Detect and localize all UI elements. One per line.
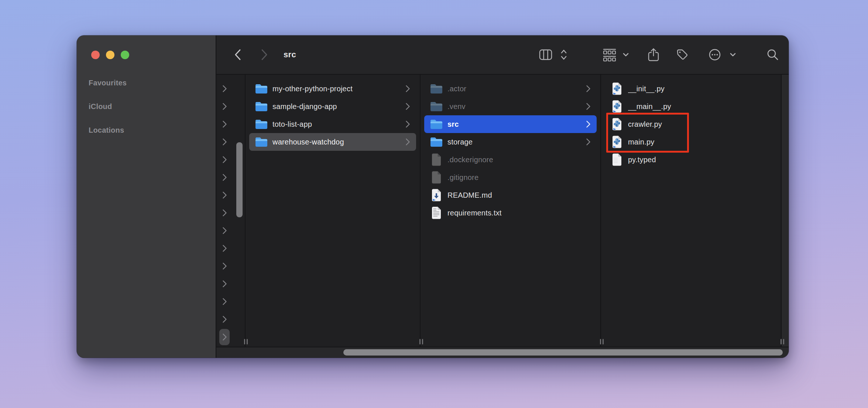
folder-icon: [255, 99, 268, 113]
collapsed-column-row[interactable]: [216, 98, 245, 115]
item-name: py.typed: [628, 156, 771, 164]
toolbar: src: [216, 35, 789, 75]
column-view-icon: [539, 49, 552, 60]
chevron-back-icon: [236, 50, 240, 59]
zoom-button[interactable]: [121, 51, 129, 59]
folder-icon: [255, 135, 268, 149]
folder-row[interactable]: storage: [424, 133, 597, 151]
file-row[interactable]: crawler.py: [605, 115, 777, 133]
sidebar-section-icloud: iCloud: [89, 95, 208, 118]
collapsed-column-row[interactable]: [216, 257, 245, 275]
column-src: __init__.py__main__.pycrawler.pymain.pyp…: [601, 75, 782, 347]
chevron-right-icon: [219, 81, 230, 97]
chevron-right-icon: [219, 152, 230, 168]
document-icon: [430, 170, 443, 184]
file-row[interactable]: .dockerignore: [424, 151, 597, 169]
view-mode-button[interactable]: [539, 35, 552, 74]
folder-icon: [430, 117, 443, 131]
item-name: warehouse-watchdog: [272, 138, 405, 146]
item-name: .gitignore: [447, 173, 591, 182]
collapsed-column-row[interactable]: [216, 115, 245, 133]
collapsed-column-row[interactable]: [216, 80, 245, 98]
sidebar: Favourites iCloud Locations: [77, 35, 216, 358]
group-by-icon: [603, 48, 617, 61]
column-resize-handle[interactable]: [780, 339, 784, 344]
share-button[interactable]: [648, 35, 659, 74]
item-name: requirements.txt: [447, 209, 591, 217]
horizontal-scrollbar-thumb[interactable]: [343, 349, 783, 356]
item-name: README.md: [447, 191, 591, 200]
view-stepper[interactable]: [560, 35, 567, 74]
column-projects: my-other-python-projectsample-django-app…: [246, 75, 421, 347]
minimize-button[interactable]: [106, 51, 114, 59]
sidebar-section-locations: Locations: [89, 118, 208, 142]
tag-button[interactable]: [676, 35, 689, 74]
forward-button[interactable]: [261, 35, 268, 74]
chevron-right-icon: [219, 222, 230, 239]
more-options-button[interactable]: [709, 35, 721, 74]
file-row[interactable]: __main__.py: [605, 98, 777, 115]
window-controls: [91, 51, 129, 59]
window-title: src: [284, 35, 296, 74]
search-button[interactable]: [767, 35, 779, 74]
back-button[interactable]: [234, 35, 241, 74]
collapsed-column-row[interactable]: [216, 310, 245, 328]
collapsed-parent-column[interactable]: [216, 75, 246, 347]
item-name: __main__.py: [628, 102, 771, 111]
item-name: toto-list-app: [272, 120, 405, 129]
chevron-right-icon: [586, 102, 591, 110]
chevron-right-icon: [219, 169, 230, 186]
file-row[interactable]: README.md: [424, 186, 597, 204]
chevron-right-icon: [405, 138, 410, 146]
item-name: storage: [447, 138, 586, 146]
chevron-right-icon: [586, 85, 591, 93]
column-warehouse-watchdog: .actor.venvsrcstorage.dockerignore.gitig…: [421, 75, 601, 347]
file-row[interactable]: main.py: [605, 133, 777, 151]
chevron-right-icon: [219, 134, 230, 150]
search-icon: [767, 49, 779, 61]
item-name: my-other-python-project: [272, 85, 405, 93]
folder-row[interactable]: .venv: [424, 98, 597, 115]
ellipsis-circle-icon: [709, 48, 721, 61]
tag-icon: [676, 48, 689, 61]
folder-row[interactable]: .actor: [424, 80, 597, 98]
item-name: .dockerignore: [447, 156, 591, 164]
folder-row[interactable]: my-other-python-project: [249, 80, 416, 98]
column-resize-handle[interactable]: [600, 339, 604, 344]
file-row[interactable]: .gitignore: [424, 169, 597, 186]
folder-icon: [255, 82, 268, 96]
file-row[interactable]: requirements.txt: [424, 204, 597, 222]
share-icon: [648, 48, 659, 62]
more-options-chevron[interactable]: [730, 35, 736, 74]
group-by-button[interactable]: [603, 35, 617, 74]
folder-row[interactable]: warehouse-watchdog: [249, 133, 416, 151]
collapsed-column-row[interactable]: [216, 328, 245, 346]
chevron-right-icon: [219, 98, 230, 115]
collapsed-column-row[interactable]: [216, 275, 245, 293]
folder-row[interactable]: toto-list-app: [249, 115, 416, 133]
collapsed-column-row[interactable]: [216, 239, 245, 257]
close-button[interactable]: [91, 51, 100, 59]
collapsed-column-row[interactable]: [216, 222, 245, 239]
file-row[interactable]: __init__.py: [605, 80, 777, 98]
item-name: .venv: [447, 102, 586, 111]
sidebar-sections: Favourites iCloud Locations: [89, 71, 208, 142]
column-resize-handle[interactable]: [244, 339, 248, 344]
python-document-icon: [611, 82, 623, 96]
collapsed-column-row[interactable]: [216, 293, 245, 310]
file-row[interactable]: py.typed: [605, 151, 777, 169]
chevron-right-icon: [219, 187, 230, 203]
vertical-scrollbar-thumb[interactable]: [236, 142, 243, 217]
column-resize-handle[interactable]: [419, 339, 423, 344]
document-icon: [430, 153, 443, 167]
folder-row[interactable]: sample-django-app: [249, 98, 416, 115]
column-view: my-other-python-projectsample-django-app…: [216, 75, 789, 347]
chevron-right-icon: [405, 120, 410, 128]
horizontal-scrollbar[interactable]: [216, 347, 789, 358]
folder-icon: [430, 82, 443, 96]
folder-icon: [255, 117, 268, 131]
folder-row[interactable]: src: [424, 115, 597, 133]
chevron-forward-icon: [262, 50, 267, 59]
chevron-down-icon: [730, 52, 736, 57]
group-by-chevron[interactable]: [622, 35, 629, 74]
